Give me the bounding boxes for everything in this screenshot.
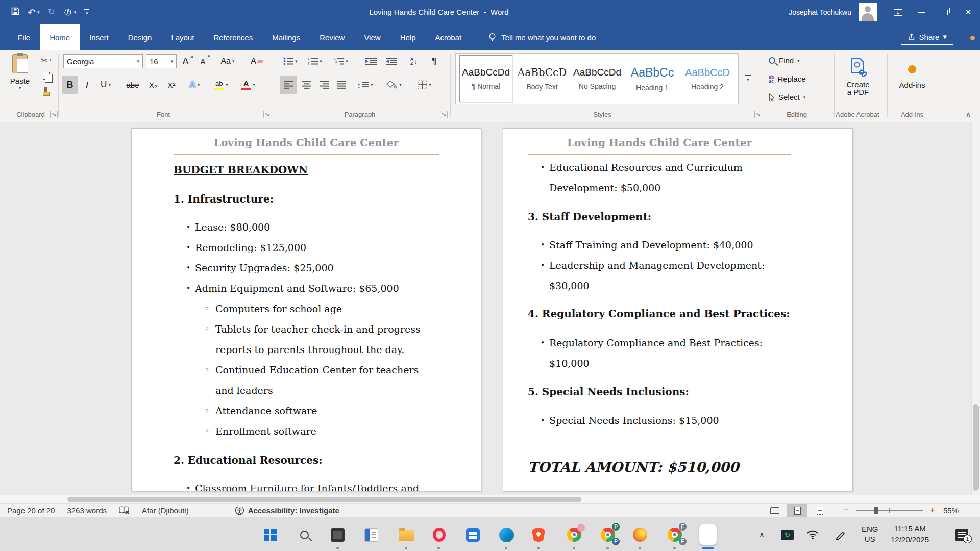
undo-dropdown-icon[interactable]: ▾	[37, 10, 40, 15]
horizontal-scrollbar[interactable]	[0, 495, 980, 503]
tray-show-hidden-button[interactable]: ∧	[759, 523, 765, 546]
zoom-level[interactable]: 55%	[943, 506, 959, 515]
language-switcher[interactable]: ENG US	[862, 524, 878, 547]
tab-acrobat[interactable]: Acrobat	[426, 24, 472, 50]
tell-me-box[interactable]: Tell me what you want to do	[488, 24, 596, 50]
redo-button[interactable]: ↻	[47, 8, 55, 17]
tab-view[interactable]: View	[354, 24, 390, 50]
align-center-button[interactable]	[299, 76, 314, 94]
increase-indent-button[interactable]	[383, 54, 400, 68]
word-count[interactable]: 3263 words	[67, 506, 107, 515]
font-family-dropdown-icon[interactable]: ▾	[137, 59, 139, 64]
undo-button[interactable]: ↶ ▾	[28, 8, 39, 17]
tab-layout[interactable]: Layout	[161, 24, 204, 50]
bullets-button[interactable]: ▾	[280, 54, 301, 68]
zoom-out-button[interactable]: −	[839, 504, 852, 517]
tab-home[interactable]: Home	[40, 24, 80, 50]
font-size-dropdown-icon[interactable]: ▾	[170, 59, 173, 64]
shading-button[interactable]: ▾	[382, 76, 406, 94]
select-button[interactable]: Select ▾	[769, 93, 805, 102]
document-page-20[interactable]: Loving Hands Child Care Center Education…	[503, 128, 853, 491]
tab-mailings[interactable]: Mailings	[262, 24, 310, 50]
highlight-dropdown-icon[interactable]: ▾	[226, 82, 228, 87]
taskbar-active-window[interactable]	[696, 523, 720, 546]
zoom-slider-thumb[interactable]	[874, 507, 878, 514]
tray-pen[interactable]	[835, 523, 846, 546]
taskbar-firefox[interactable]	[628, 523, 652, 546]
print-layout-button[interactable]	[787, 504, 807, 517]
taskbar-edge[interactable]	[495, 523, 518, 546]
minimize-button[interactable]	[910, 0, 933, 24]
italic-button[interactable]: I	[80, 76, 93, 94]
tray-network[interactable]	[806, 523, 819, 546]
tab-insert[interactable]: Insert	[80, 24, 118, 50]
more-styles-button[interactable]: ▾	[738, 53, 757, 104]
superscript-button[interactable]: X²	[163, 76, 180, 94]
style-heading2[interactable]: AaBbCcD Heading 2	[681, 55, 734, 102]
change-case-button[interactable]: Aa ▾	[216, 54, 239, 68]
style-body-text[interactable]: AaBbCcD Body Text	[516, 55, 569, 102]
tab-references[interactable]: References	[204, 24, 262, 50]
shrink-font-button[interactable]: A▼	[198, 54, 213, 68]
horizontal-scrollbar-thumb[interactable]	[67, 497, 581, 502]
style-heading1[interactable]: AaBbCc Heading 1	[626, 55, 679, 102]
underline-button[interactable]: U ▾	[95, 76, 116, 94]
add-ins-button[interactable]: Add-ins	[894, 53, 930, 101]
tab-design[interactable]: Design	[118, 24, 162, 50]
avatar[interactable]	[859, 3, 877, 21]
taskbar-opera[interactable]	[427, 523, 451, 546]
borders-button[interactable]: ▾	[411, 76, 438, 94]
start-button[interactable]	[258, 523, 282, 546]
zoom-slider-track[interactable]	[856, 510, 923, 511]
cut-button[interactable]: ✂ ▾	[39, 54, 53, 66]
collapse-ribbon-button[interactable]: ∧	[962, 108, 975, 120]
align-left-button[interactable]	[280, 76, 297, 94]
font-family-combo[interactable]: Georgia ▾	[63, 54, 143, 68]
taskbar-brave[interactable]	[527, 523, 550, 546]
bullets-dropdown-icon[interactable]: ▾	[295, 59, 298, 64]
touch-mode-dropdown-icon[interactable]: ▾	[74, 10, 77, 15]
read-mode-button[interactable]	[765, 504, 785, 517]
replace-button[interactable]: abac Replace	[769, 74, 806, 83]
paste-dropdown-icon[interactable]: ▾	[19, 85, 21, 90]
share-button[interactable]: Share ▾	[901, 29, 953, 45]
vertical-scrollbar[interactable]	[971, 122, 980, 495]
align-right-button[interactable]	[316, 76, 332, 94]
document-page-19[interactable]: Loving Hands Child Care Center BUDGET BR…	[131, 128, 481, 491]
customize-qat-button[interactable]: ▾	[84, 9, 89, 16]
account-name[interactable]: Josephat Tochukwu	[789, 8, 851, 16]
styles-dialog-launcher[interactable]: ↘	[754, 111, 762, 118]
save-button[interactable]	[11, 7, 19, 17]
taskbar-chrome-profile2[interactable]: P P	[596, 523, 620, 546]
subscript-button[interactable]: X₂	[145, 76, 161, 94]
paragraph-dialog-launcher[interactable]: ↘	[440, 111, 448, 118]
font-size-combo[interactable]: 16 ▾	[146, 54, 177, 68]
taskbar-reader-app[interactable]	[359, 523, 383, 546]
numbering-dropdown-icon[interactable]: ▾	[320, 59, 322, 64]
underline-dropdown-icon[interactable]: ▾	[108, 82, 111, 87]
style-normal[interactable]: AaBbCcDd ¶ Normal	[459, 55, 512, 102]
font-color-dropdown-icon[interactable]: ▾	[253, 82, 255, 87]
taskbar-chrome-profile1[interactable]	[562, 523, 586, 546]
numbering-button[interactable]: 123 ▾	[303, 54, 327, 68]
show-paragraph-marks-button[interactable]: ¶	[427, 54, 442, 68]
strikethrough-button[interactable]: abe	[122, 76, 143, 94]
text-effects-button[interactable]: A ▾	[184, 76, 205, 94]
proofing-status[interactable]	[119, 506, 130, 515]
restore-button[interactable]	[933, 0, 957, 24]
taskbar-dark-app[interactable]	[326, 523, 349, 546]
format-painter-button[interactable]	[39, 85, 53, 98]
font-color-button[interactable]: A ▾	[236, 76, 260, 94]
tab-file[interactable]: File	[8, 24, 40, 50]
bold-button[interactable]: B	[62, 76, 78, 94]
find-button[interactable]: Find ▾	[769, 56, 800, 65]
tray-utility[interactable]: ↻	[781, 523, 794, 546]
taskbar-chrome-profile3[interactable]: F F	[663, 523, 687, 546]
clock[interactable]: 11:15 AM 12/20/2025	[891, 523, 929, 546]
page-indicator[interactable]: Page 20 of 20	[7, 506, 55, 515]
justify-button[interactable]	[334, 76, 349, 94]
line-spacing-button[interactable]: ↕ ▾	[353, 76, 377, 94]
sort-button[interactable]: AZ ↓	[404, 54, 424, 68]
shading-dropdown-icon[interactable]: ▾	[399, 82, 402, 87]
language-status[interactable]: Afar (Djibouti)	[142, 506, 189, 515]
